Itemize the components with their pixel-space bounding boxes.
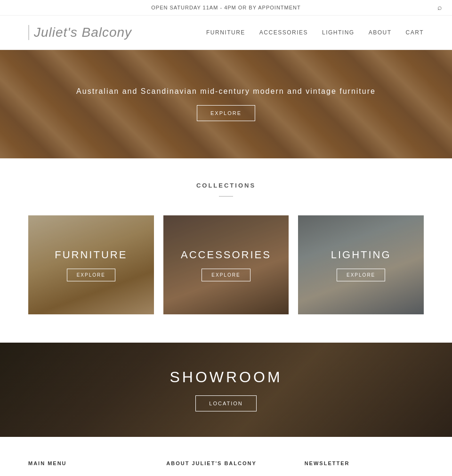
collections-grid: FURNITURE EXPLORE ACCESSORIES EXPLORE LI… — [28, 215, 424, 314]
showroom-title: SHOWROOM — [170, 369, 282, 386]
footer-top: MAIN MENU FURNITURE ACCESSORIES LIGHTING… — [28, 460, 424, 476]
furniture-card-title: FURNITURE — [55, 249, 127, 261]
nav-lighting[interactable]: LIGHTING — [322, 29, 355, 36]
furniture-card-content: FURNITURE EXPLORE — [28, 215, 154, 314]
hero-explore-button[interactable]: EXPLORE — [197, 105, 255, 121]
collections-divider — [219, 196, 233, 197]
hero-subtitle: Australian and Scandinavian mid-century … — [76, 87, 376, 96]
accessories-explore-button[interactable]: EXPLORE — [202, 269, 250, 281]
nav-accessories[interactable]: ACCESSORIES — [259, 29, 308, 36]
nav-about[interactable]: ABOUT — [369, 29, 392, 36]
lighting-explore-button[interactable]: EXPLORE — [337, 269, 385, 281]
collection-card-lighting[interactable]: LIGHTING EXPLORE — [298, 215, 424, 314]
showroom-section: SHOWROOM LOCATION — [0, 343, 452, 437]
lighting-card-title: LIGHTING — [331, 249, 391, 261]
collection-card-furniture[interactable]: FURNITURE EXPLORE — [28, 215, 154, 314]
footer-about: ABOUT JULIET'S BALCONY Juliet's Balcony … — [166, 460, 285, 476]
nav-furniture[interactable]: FURNITURE — [206, 29, 245, 36]
top-banner: OPEN SATURDAY 11AM - 4PM OR BY APPOINTME… — [0, 0, 452, 16]
footer: MAIN MENU FURNITURE ACCESSORIES LIGHTING… — [0, 437, 452, 476]
accessories-card-title: ACCESSORIES — [181, 249, 271, 261]
furniture-explore-button[interactable]: EXPLORE — [67, 269, 115, 281]
footer-about-title: ABOUT JULIET'S BALCONY — [166, 460, 285, 466]
main-nav: FURNITURE ACCESSORIES LIGHTING ABOUT CAR… — [206, 29, 424, 36]
lighting-card-content: LIGHTING EXPLORE — [298, 215, 424, 314]
collections-section: COLLECTIONS FURNITURE EXPLORE ACCESSORIE… — [0, 158, 452, 343]
search-icon[interactable]: ⌕ — [437, 3, 443, 12]
logo[interactable]: Juliet's Balcony — [28, 25, 132, 40]
collections-title: COLLECTIONS — [28, 182, 424, 189]
accessories-card-content: ACCESSORIES EXPLORE — [163, 215, 289, 314]
footer-newsletter-title: NEWSLETTER — [305, 460, 424, 466]
banner-text: OPEN SATURDAY 11AM - 4PM OR BY APPOINTME… — [151, 5, 300, 10]
footer-main-menu: MAIN MENU FURNITURE ACCESSORIES LIGHTING… — [28, 460, 147, 476]
header: Juliet's Balcony FURNITURE ACCESSORIES L… — [0, 16, 452, 50]
footer-newsletter: NEWSLETTER Subscribe to get updates on n… — [305, 460, 424, 476]
hero-background — [0, 50, 452, 158]
nav-cart[interactable]: CART — [406, 29, 424, 36]
collection-card-accessories[interactable]: ACCESSORIES EXPLORE — [163, 215, 289, 314]
hero-section: Australian and Scandinavian mid-century … — [0, 50, 452, 158]
location-button[interactable]: LOCATION — [195, 395, 256, 411]
footer-menu-title: MAIN MENU — [28, 460, 147, 466]
